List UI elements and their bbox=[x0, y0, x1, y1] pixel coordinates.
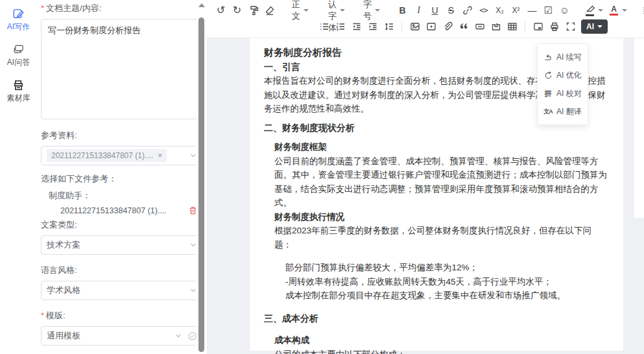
bold-icon[interactable]: B bbox=[395, 3, 410, 18]
bullet-list-icon[interactable] bbox=[316, 19, 331, 34]
ai-writing-form: *文档主题/内容: 写一份财务制度分析报告 参考资料: 202112271513… bbox=[37, 0, 207, 354]
paragraph-style-select[interactable]: 正文 bbox=[287, 3, 314, 18]
nav-label: AI问答 bbox=[7, 57, 30, 68]
font-family-select[interactable]: 默认字体 bbox=[323, 3, 350, 18]
caret-down-icon bbox=[340, 9, 345, 12]
insert-image-icon[interactable] bbox=[407, 19, 422, 34]
doc-list-item: -周转效率有待提高，应收账款周转天数为45天，高于行业平均水平； bbox=[285, 275, 609, 289]
left-panel: AI写作 AI问答 素材库 *文档主题/内容: 写一份财务制度分析报告 bbox=[0, 0, 207, 354]
indent-icon[interactable] bbox=[365, 19, 380, 34]
ai-menu-button[interactable]: AI bbox=[581, 19, 608, 34]
font-color-icon[interactable]: A bbox=[606, 3, 621, 18]
checkbox-icon[interactable]: ☑ bbox=[541, 3, 556, 18]
ai-dropdown-menu: AI 续写 AI 优化 拼 AI 校对 文A AI 翻译 bbox=[537, 43, 588, 125]
doc-paragraph: 根据2023年前三季度的财务数据，公司整体财务制度执行情况良好，但存在以下问题： bbox=[274, 224, 609, 252]
nav-item-material-library[interactable]: 素材库 bbox=[7, 79, 30, 104]
menu-item-ai-proofread[interactable]: 拼 AI 校对 bbox=[538, 84, 588, 102]
template-value: 通用模板 bbox=[47, 330, 80, 342]
outdent-icon[interactable] bbox=[349, 19, 364, 34]
redo-icon[interactable]: ↻ bbox=[230, 3, 244, 18]
tag-close-icon[interactable]: × bbox=[158, 151, 162, 160]
topic-textarea[interactable]: 写一份财务制度分析报告 bbox=[41, 19, 203, 119]
line-height-icon[interactable] bbox=[381, 19, 396, 34]
blockquote-icon[interactable] bbox=[456, 19, 471, 34]
reference-label: 参考资料: bbox=[41, 130, 203, 141]
nav-item-ai-writing[interactable]: AI写作 bbox=[7, 8, 30, 32]
fullscreen-icon[interactable] bbox=[563, 19, 578, 34]
style-select[interactable]: 学术风格 bbox=[41, 281, 203, 300]
align-icon[interactable] bbox=[639, 3, 644, 18]
required-mark: * bbox=[41, 311, 44, 320]
underline-icon[interactable]: U bbox=[427, 3, 442, 18]
menu-item-ai-translate[interactable]: 文A AI 翻译 bbox=[538, 102, 588, 121]
chat-bubbles-icon bbox=[12, 43, 25, 56]
required-mark: * bbox=[41, 3, 44, 13]
eraser-icon[interactable] bbox=[262, 3, 277, 18]
caret-down-icon bbox=[597, 25, 602, 28]
topic-label: *文档主题/内容: bbox=[41, 3, 203, 14]
nav-item-ai-qa[interactable]: AI问答 bbox=[7, 43, 30, 68]
reference-tag: 2021122715133847807 (1).... × bbox=[47, 149, 167, 162]
caret-down-icon[interactable] bbox=[622, 9, 627, 12]
file-row: 2021122715133847807 (1).... bbox=[60, 206, 203, 215]
menu-item-ai-continue[interactable]: AI 续写 bbox=[538, 48, 588, 66]
highlight-pen-icon[interactable] bbox=[582, 3, 597, 18]
circle-check-icon bbox=[187, 331, 197, 341]
code-block-icon[interactable] bbox=[488, 19, 503, 34]
divider-block-icon[interactable] bbox=[472, 19, 487, 34]
doc-heading: 三、成本分析 bbox=[264, 312, 609, 326]
format-painter-icon[interactable] bbox=[246, 3, 261, 18]
editor-toolbar: ↺ ↻ 正文 默认字体 字号 B bbox=[207, 0, 644, 38]
doc-type-select[interactable]: 技术方案 bbox=[41, 235, 203, 255]
proofread-icon: 拼 bbox=[543, 89, 553, 98]
caret-down-icon[interactable] bbox=[598, 9, 603, 12]
strikethrough-icon[interactable]: S bbox=[444, 3, 459, 18]
doc-paragraph: 公司目前的制度涵盖了资金管理、成本控制、预算管理、核算与报告、风险管理等方面。其… bbox=[274, 154, 609, 210]
library-icon bbox=[12, 79, 25, 91]
print-icon[interactable] bbox=[547, 19, 562, 34]
embed-frame-icon[interactable] bbox=[531, 19, 545, 34]
toolbar-row-2: AI bbox=[213, 18, 640, 34]
insert-video-icon[interactable] bbox=[423, 19, 438, 34]
emoji-icon[interactable]: ☺ bbox=[557, 3, 572, 18]
doc-list-item: 部分部门预算执行偏差较大，平均偏差率为12%； bbox=[285, 261, 609, 275]
edit-document-icon bbox=[12, 8, 25, 20]
font-size-select[interactable]: 字号 bbox=[358, 3, 385, 18]
nav-rail: AI写作 AI问答 素材库 bbox=[0, 0, 37, 354]
attachment-icon[interactable] bbox=[440, 19, 455, 34]
undo-icon[interactable]: ↺ bbox=[213, 3, 228, 18]
toolbar-row-1: ↺ ↻ 正文 默认字体 字号 B bbox=[213, 2, 640, 18]
scroll-up-arrow-icon[interactable] bbox=[198, 3, 205, 7]
horizontal-rule-icon[interactable]: ― bbox=[525, 3, 540, 18]
panel-scrollbar[interactable] bbox=[197, 0, 207, 354]
superscript-icon[interactable]: X² bbox=[508, 3, 523, 18]
style-label: 语言风格: bbox=[41, 265, 203, 276]
scrollbar-thumb[interactable] bbox=[198, 18, 204, 352]
template-label: *模版: bbox=[41, 310, 203, 322]
continue-writing-icon bbox=[543, 53, 553, 62]
app-window: AI写作 AI问答 素材库 *文档主题/内容: 写一份财务制度分析报告 bbox=[0, 0, 644, 354]
editor-scroll-track[interactable] bbox=[634, 38, 644, 218]
caret-down-icon bbox=[375, 9, 380, 12]
italic-icon[interactable]: I bbox=[411, 3, 426, 18]
doc-subheading: 财务制度框架 bbox=[274, 140, 609, 154]
menu-item-ai-optimize[interactable]: AI 优化 bbox=[538, 66, 588, 84]
optimize-icon bbox=[543, 71, 553, 80]
nav-label: AI写作 bbox=[7, 21, 30, 32]
doc-list-item: 成本控制在部分项目中存在超支现象，主要集中在研发和市场推广领域。 bbox=[285, 289, 609, 303]
subscript-icon[interactable]: X₂ bbox=[492, 3, 507, 18]
style-value: 学术风格 bbox=[47, 285, 80, 296]
chevron-down-icon bbox=[174, 332, 182, 340]
translate-icon: 文A bbox=[543, 107, 553, 116]
doc-subheading: 财务制度执行情况 bbox=[274, 210, 609, 224]
reference-select[interactable]: 2021122715133847807 (1).... × bbox=[41, 146, 203, 165]
caret-down-icon bbox=[304, 9, 309, 12]
inline-code-icon[interactable]: <> bbox=[476, 3, 491, 18]
doc-paragraph: 公司的成本主要由以下部分构成： bbox=[274, 348, 609, 354]
link-icon[interactable] bbox=[460, 3, 475, 18]
insert-table-icon[interactable] bbox=[505, 19, 519, 34]
file-hint-label: 选择如下文件参考： bbox=[41, 173, 203, 185]
template-select[interactable]: 通用模板 bbox=[41, 326, 203, 346]
ordered-list-icon[interactable] bbox=[333, 19, 348, 34]
nav-label: 素材库 bbox=[7, 93, 30, 104]
